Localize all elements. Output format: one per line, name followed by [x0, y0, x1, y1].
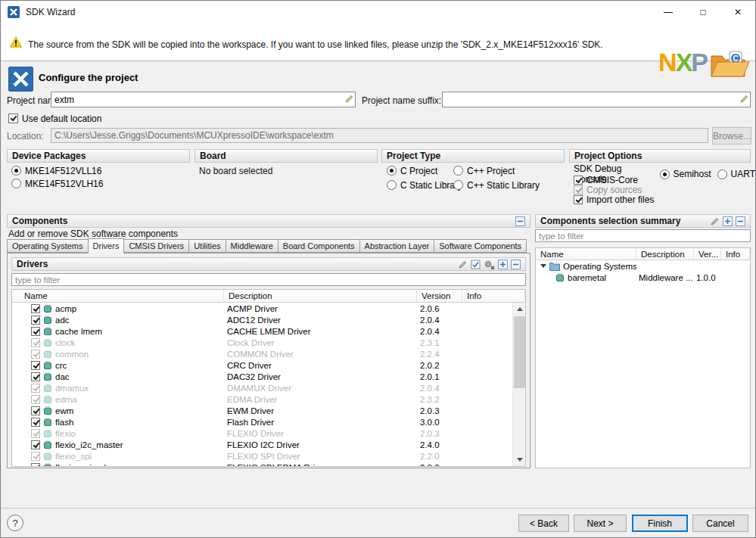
help-button[interactable]: ?: [7, 515, 23, 531]
tab-middleware[interactable]: Middleware: [226, 239, 278, 253]
tab-utilities[interactable]: Utilities: [188, 239, 226, 253]
close-button[interactable]: ✕: [720, 1, 755, 23]
driver-row-acmp[interactable]: acmpACMP Driver2.0.6: [12, 303, 512, 314]
row-checkbox[interactable]: [31, 304, 40, 313]
radio-mke14f512vlh16[interactable]: MKE14F512VLH16: [11, 178, 103, 189]
select-all-icon[interactable]: [471, 260, 481, 269]
summary-name-cell: baremetal: [536, 273, 636, 282]
expand-all-icon[interactable]: [723, 216, 733, 226]
tab-abstraction-layer[interactable]: Abstraction Layer: [359, 239, 435, 253]
driver-row-crc[interactable]: crcCRC Driver2.0.2: [12, 359, 512, 371]
driver-name-cell: dmamux: [12, 384, 224, 393]
tree-expander-icon[interactable]: [540, 264, 546, 268]
component-description: COMMON Driver: [224, 350, 417, 359]
driver-row-flash[interactable]: flashFlash Driver3.0.0: [12, 416, 512, 428]
driver-row-clock[interactable]: clockClock Driver2.3.1: [12, 337, 512, 348]
radio-uart[interactable]: UART: [717, 169, 755, 180]
row-checkbox[interactable]: [31, 463, 40, 467]
checkbox-import-other-files[interactable]: Import other files: [574, 194, 654, 204]
radio-c-static-library[interactable]: C++ Static Library: [453, 179, 561, 191]
row-checkbox[interactable]: [31, 338, 40, 347]
row-checkbox[interactable]: [31, 327, 40, 336]
column-header-name[interactable]: Name: [12, 290, 224, 303]
option-label: MKE14F512VLL16: [25, 166, 101, 176]
radio-semihost[interactable]: Semihost: [660, 169, 711, 180]
column-header-description[interactable]: Description: [224, 290, 417, 303]
collapse-all-icon[interactable]: [736, 216, 745, 226]
checkbox-cmsis-core[interactable]: CMSIS-Core: [574, 175, 654, 185]
component-icon: [555, 273, 565, 282]
collapse-section-icon[interactable]: [515, 216, 525, 226]
row-checkbox[interactable]: [31, 350, 40, 359]
edit-icon[interactable]: [458, 260, 468, 269]
column-header-version[interactable]: Version: [417, 290, 462, 303]
component-icon: [43, 372, 52, 381]
row-checkbox[interactable]: [31, 395, 40, 404]
row-checkbox[interactable]: [31, 452, 40, 461]
scroll-down-icon[interactable]: [513, 453, 526, 466]
drivers-table-header: NameDescriptionVersionInfo: [12, 290, 525, 303]
vertical-scrollbar[interactable]: [512, 303, 525, 466]
back-button[interactable]: < Back: [518, 515, 569, 532]
row-checkbox[interactable]: [31, 384, 40, 393]
driver-row-flexio-spi-edma[interactable]: flexio_spi_edmaFLEXIO SPI EDMA Driver2.3…: [12, 462, 512, 466]
component-name: flexio_spi_edma: [55, 463, 118, 467]
project-name-suffix-input[interactable]: [442, 92, 751, 107]
column-header-description[interactable]: Description: [636, 248, 694, 260]
row-checkbox[interactable]: [31, 406, 40, 415]
drivers-filter-input[interactable]: [11, 273, 526, 286]
component-name: edma: [55, 395, 77, 404]
driver-row-dmamux[interactable]: dmamuxDMAMUX Driver2.0.4: [12, 382, 512, 393]
finish-button[interactable]: Finish: [632, 515, 688, 532]
next-button[interactable]: Next >: [574, 515, 627, 532]
column-header-info[interactable]: Info: [721, 248, 750, 260]
column-header-info[interactable]: Info: [462, 290, 525, 303]
radio-c-project[interactable]: C++ Project: [453, 165, 561, 176]
scroll-up-icon[interactable]: [513, 303, 526, 316]
use-default-location-checkbox[interactable]: Use default location: [8, 113, 101, 124]
driver-row-cache-lmem[interactable]: cache lmemCACHE LMEM Driver2.0.4: [12, 325, 512, 337]
row-checkbox[interactable]: [31, 440, 40, 449]
expand-all-icon[interactable]: [498, 260, 508, 269]
summary-row-operating-systems[interactable]: Operating Systems: [536, 260, 750, 272]
row-checkbox[interactable]: [31, 372, 40, 381]
filter-gear-icon[interactable]: [484, 260, 495, 269]
driver-name-cell: dac: [12, 372, 224, 381]
column-header-ver[interactable]: Ver...: [694, 248, 721, 260]
component-icon: [43, 463, 52, 467]
radio-mke14f512vll16[interactable]: MKE14F512VLL16: [11, 165, 103, 176]
radio-c-static-library[interactable]: C Static Library: [387, 179, 453, 191]
row-checkbox[interactable]: [31, 361, 40, 370]
driver-row-dac[interactable]: dacDAC32 Driver2.0.1: [12, 371, 512, 382]
tab-drivers[interactable]: Drivers: [88, 238, 125, 253]
scrollbar-thumb[interactable]: [514, 316, 525, 388]
component-version: 3.0.0: [417, 418, 462, 427]
maximize-button[interactable]: □: [686, 1, 720, 23]
component-name: acmp: [55, 304, 76, 313]
driver-row-flexio-i2c-master[interactable]: flexio_i2c_masterFLEXIO I2C Driver2.4.0: [12, 439, 512, 450]
driver-row-flexio-spi[interactable]: flexio_spiFLEXIO SPI Driver2.2.0: [12, 450, 512, 462]
summary-row-baremetal[interactable]: baremetalMiddleware ...1.0.0: [536, 272, 750, 283]
collapse-all-icon[interactable]: [511, 260, 521, 269]
tab-cmsis-drivers[interactable]: CMSIS Drivers: [123, 239, 189, 253]
row-checkbox[interactable]: [31, 429, 40, 438]
column-header-name[interactable]: Name: [536, 248, 636, 260]
row-checkbox[interactable]: [31, 316, 40, 325]
components-tabs: Operating SystemsDriversCMSIS DriversUti…: [7, 239, 526, 253]
use-default-location-label: Use default location: [22, 114, 101, 124]
project-name-input[interactable]: [51, 92, 356, 107]
driver-row-ewm[interactable]: ewmEWM Driver2.0.3: [12, 405, 512, 416]
tab-software-components[interactable]: Software Components: [434, 239, 527, 253]
summary-filter-input[interactable]: [535, 229, 751, 242]
edit-icon[interactable]: [710, 216, 720, 226]
row-checkbox[interactable]: [31, 418, 40, 427]
radio-c-project[interactable]: C Project: [387, 165, 453, 176]
driver-row-common[interactable]: commonCOMMON Driver2.2.4: [12, 348, 512, 359]
minimize-button[interactable]: —: [651, 1, 686, 23]
tab-operating-systems[interactable]: Operating Systems: [7, 239, 89, 253]
cancel-button[interactable]: Cancel: [692, 515, 748, 532]
driver-row-flexio[interactable]: flexioFLEXIO Driver2.0.3: [12, 428, 512, 439]
driver-row-adc[interactable]: adcADC12 Driver2.0.4: [12, 314, 512, 325]
tab-board-components[interactable]: Board Components: [278, 239, 360, 253]
driver-row-edma[interactable]: edmaEDMA Driver2.3.2: [12, 393, 512, 405]
